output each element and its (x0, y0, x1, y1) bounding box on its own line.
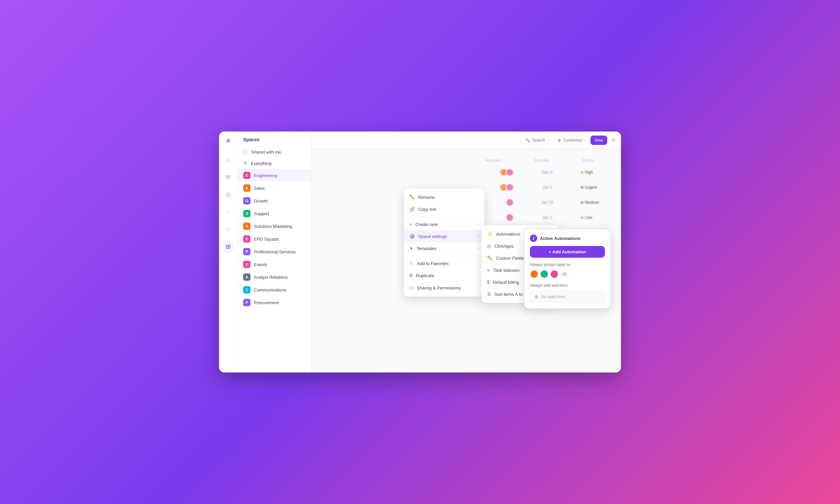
sidebar-item-sales[interactable]: S Sales (238, 182, 311, 195)
engineering-icon: E (243, 172, 250, 179)
sidebar-item-analyst[interactable]: A Analyst Relations (238, 271, 311, 284)
menu-item-rename[interactable]: ✏️ Rename (404, 191, 484, 203)
add-automation-button[interactable]: + Add Automation (530, 246, 605, 258)
search-button[interactable]: 🔍 Search (521, 136, 549, 145)
col-priority: Priority (583, 158, 594, 162)
sales-icon: S (243, 184, 250, 192)
sidebar-item-label: Everything (251, 161, 271, 166)
custom-fields-icon: ✏️ (487, 255, 493, 261)
menu-item-label: ClickApps (494, 244, 514, 249)
menu-item-copy-link[interactable]: 🔗 Copy link (404, 203, 484, 215)
add-automation-label: + Add Automation (548, 249, 586, 254)
sidebar-item-label: Professional Services (254, 249, 296, 254)
priority-badge: High (581, 170, 601, 175)
sidebar-item-support[interactable]: S Support (238, 207, 311, 220)
menu-item-label: Sort items A to Z (494, 292, 526, 297)
priority-dot (581, 186, 583, 189)
menu-item-space-settings[interactable]: ⚙️ Space settings › (404, 230, 484, 242)
sort-icon: ⇅ (487, 291, 491, 297)
menu-item-add-favorites[interactable]: ☆ Add to Favorites (404, 257, 484, 269)
menu-item-sharing[interactable]: ⬡ Sharing & Permissions (404, 282, 484, 294)
priority-label: High (585, 170, 593, 175)
customize-label: Customize (563, 138, 582, 143)
chevron-right-icon: › (478, 246, 479, 251)
search-label: Search (532, 138, 545, 143)
nav-favorites[interactable]: ☆ (223, 224, 234, 235)
menu-item-label: Templates (417, 246, 436, 251)
create-new-icon: + (409, 221, 412, 227)
sidebar-item-everything[interactable]: ❄ Everything (238, 158, 311, 169)
menu-item-templates[interactable]: ✦ Templates › (404, 242, 484, 254)
priority-badge: Low (581, 215, 601, 220)
due-date: Jan 1 (541, 215, 554, 220)
duplicate-icon: ⧉ (409, 273, 413, 278)
sidebar-item-label: Solutions Marketing (254, 224, 292, 229)
left-sidebar: Spaces ⬡ Shared with me ❄ Everything E E… (238, 131, 312, 373)
menu-item-label: Automations (496, 232, 520, 237)
avatar (506, 198, 514, 206)
customize-button[interactable]: ⊕ Customize (553, 136, 587, 145)
automation-panel: 2 Active Automations + Add Automation Al… (524, 229, 611, 309)
sidebar-item-label: Engineering (254, 173, 277, 178)
priority-dot (581, 201, 583, 204)
sidebar-item-label: Procurement (254, 300, 279, 305)
menu-item-label: Add to Favorites (417, 261, 449, 266)
billing-icon: $ (487, 280, 490, 285)
sidebar-item-label: Communications (254, 287, 286, 292)
panel-header: 2 Active Automations (530, 235, 605, 242)
task-statuses-icon: ≡ (487, 267, 490, 273)
templates-icon: ✦ (409, 246, 413, 251)
menu-item-label: Custom Fields (496, 256, 524, 261)
close-icon[interactable]: ✕ (611, 137, 616, 143)
menu-item-label: Default billing (493, 280, 519, 285)
add-watcher-icon: ⊕ (534, 293, 539, 300)
sidebar-item-communications[interactable]: C Communications (238, 284, 311, 296)
menu-item-label: Create new (415, 222, 437, 227)
new-button[interactable]: New (591, 136, 607, 145)
app-logo: ✳ (225, 137, 231, 145)
sidebar-item-growth[interactable]: G Growth (238, 195, 311, 207)
new-label: New (595, 138, 603, 143)
automations-icon: ⚡ (487, 231, 493, 237)
sidebar-item-engineering[interactable]: E Engineering (238, 169, 311, 182)
chevron-right-icon: › (478, 222, 479, 227)
menu-item-duplicate[interactable]: ⧉ Duplicate (404, 269, 484, 282)
nav-inbox[interactable]: ✉ (223, 172, 234, 182)
copy-link-icon: 🔗 (409, 206, 415, 212)
rename-icon: ✏️ (409, 195, 415, 200)
support-icon: S (243, 210, 250, 217)
sidebar-item-label: Support (254, 211, 269, 216)
active-automations-count: 2 (530, 235, 537, 242)
due-date: Jan 15 (541, 200, 554, 205)
sidebar-item-procurement[interactable]: P Procurement (238, 296, 311, 309)
sidebar-item-label: Events (254, 262, 267, 267)
priority-label: Low (585, 215, 592, 220)
avatar (506, 183, 514, 192)
menu-item-create-new[interactable]: + Create new › (404, 218, 484, 230)
sharing-icon: ⬡ (409, 285, 413, 290)
chevron-right-icon: › (478, 234, 479, 239)
assignee-avatars (506, 198, 514, 206)
no-watchers-row[interactable]: ⊕ No watchers (530, 290, 605, 303)
sidebar-item-label: EPD Squads (254, 237, 279, 241)
priority-badge: Medium (581, 200, 601, 205)
avatar (506, 168, 514, 176)
priority-dot (581, 216, 583, 219)
sidebar-item-events[interactable]: E Events (238, 258, 311, 271)
nav-home[interactable]: ⌂ (223, 154, 234, 165)
due-date: Jan 1 (541, 185, 554, 190)
sidebar-item-solutions[interactable]: S Solutions Marketing (238, 220, 311, 233)
sidebar-item-professional[interactable]: P Professional Services (238, 245, 311, 258)
assignee-avatar (540, 270, 548, 278)
extra-assignees-badge: +5 (560, 271, 568, 277)
table-header: Assignee Due date Priority (318, 156, 614, 165)
nav-goals[interactable]: ◎ (223, 189, 234, 200)
menu-divider (404, 217, 484, 217)
nav-more[interactable]: ⋯ (223, 206, 234, 217)
priority-label: Urgent (585, 185, 597, 190)
sidebar-item-shared[interactable]: ⬡ Shared with me (238, 146, 311, 158)
main-header: 🔍 Search ⊕ Customize New ✕ (312, 131, 621, 149)
assignee-avatar (550, 270, 559, 278)
nav-spaces[interactable]: ⊞ (223, 241, 234, 252)
sidebar-item-epd[interactable]: E EPD Squads (238, 233, 311, 245)
